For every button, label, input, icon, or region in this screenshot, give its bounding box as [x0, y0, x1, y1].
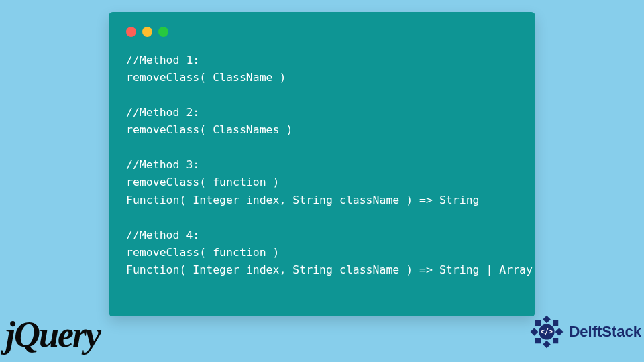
delftstack-text: DelftStack [569, 323, 641, 341]
code-window: //Method 1: removeClass( ClassName ) //M… [109, 12, 535, 316]
svg-text:</>: </> [541, 328, 553, 335]
jquery-logo: jQuery [5, 314, 100, 355]
code-line: removeClass( function ) [126, 246, 279, 259]
code-line: Function( Integer index, String classNam… [126, 194, 480, 206]
code-content: //Method 1: removeClass( ClassName ) //M… [126, 52, 518, 279]
code-line: removeClass( ClassNames ) [126, 123, 292, 136]
code-line: //Method 3: [126, 158, 199, 171]
svg-marker-1 [543, 341, 551, 349]
svg-marker-0 [543, 316, 551, 324]
code-line: //Method 2: [126, 106, 199, 119]
delftstack-logo: </> DelftStack [527, 312, 641, 351]
close-icon [126, 27, 136, 37]
code-line: removeClass( function ) [126, 176, 279, 188]
code-line: Function( Integer index, String classNam… [126, 263, 533, 276]
code-line: removeClass( ClassName ) [126, 71, 286, 84]
minimize-icon [142, 27, 152, 37]
delftstack-icon: </> [527, 312, 566, 351]
code-line: //Method 4: [126, 229, 199, 241]
svg-marker-3 [555, 328, 564, 336]
jquery-logo-text: jQuery [5, 314, 100, 355]
maximize-icon [158, 27, 168, 37]
svg-marker-2 [531, 328, 539, 336]
code-line: //Method 1: [126, 54, 199, 66]
window-buttons [126, 27, 518, 37]
